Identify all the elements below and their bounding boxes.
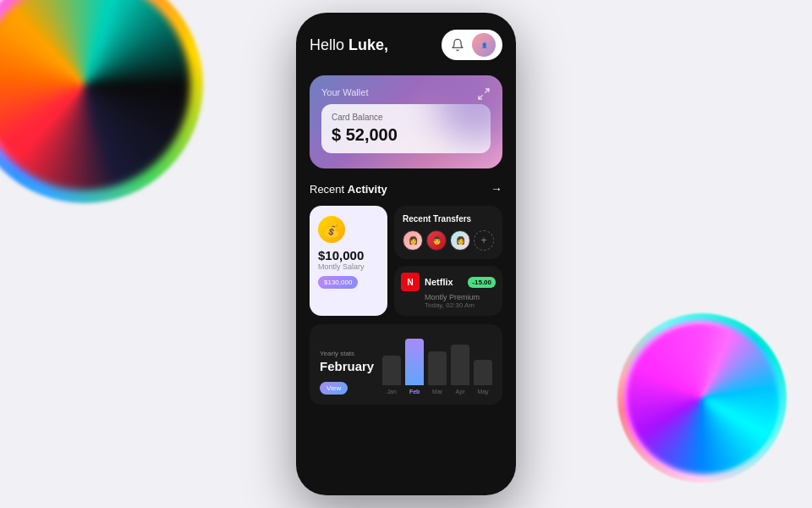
greeting-plain: Hello	[310, 36, 348, 53]
netflix-left: N Netflix	[401, 273, 453, 291]
decorative-blob-left	[0, 0, 203, 203]
chart-label-may: May	[474, 389, 492, 395]
salary-badge: $130,000	[318, 276, 358, 289]
yearly-stats-month: February	[320, 359, 374, 373]
title-bold: Activity	[348, 183, 387, 196]
stats-left: Yearly stats February View	[320, 350, 374, 395]
netflix-card[interactable]: N Netflix -15.00 Montly Premium Today, 0…	[394, 266, 502, 316]
inner-card: Card Balance $ 52,000	[321, 104, 491, 153]
wallet-card[interactable]: Your Wallet Card Balance $ 52,000	[310, 75, 502, 168]
transfers-card[interactable]: Recent Transfers 👩 👨 👩 +	[394, 206, 502, 259]
expand-icon[interactable]	[477, 87, 491, 103]
svg-line-0	[485, 89, 489, 93]
balance-label: Card Balance	[332, 113, 480, 122]
salary-amount: $10,000	[318, 248, 364, 262]
chart-label-apr: Apr	[451, 389, 469, 395]
bell-icon[interactable]	[448, 36, 467, 54]
salary-label: Montly Salary	[318, 262, 365, 271]
chart-bar-feb[interactable]	[405, 339, 424, 385]
decorative-blob-right	[617, 313, 787, 483]
yearly-stats-label: Yearly stats	[320, 350, 374, 357]
activity-grid: 💰 $10,000 Montly Salary $130,000 Recent …	[310, 206, 502, 316]
phone-content: Hello Luke, 👤 Your Wallet	[296, 13, 516, 495]
avatar[interactable]: 👤	[472, 33, 496, 57]
svg-line-1	[479, 95, 483, 99]
netflix-row: N Netflix -15.00	[401, 273, 496, 291]
netflix-amount-badge: -15.00	[468, 277, 496, 288]
transfer-avatar-1[interactable]: 👩	[403, 230, 423, 251]
netflix-name: Netflix	[425, 277, 453, 287]
greeting-name: Luke,	[348, 36, 388, 53]
netflix-logo: N	[401, 273, 420, 291]
chart-bar-jan[interactable]	[382, 356, 401, 385]
recent-activity-header: Recent Activity →	[310, 182, 502, 196]
activity-arrow[interactable]: →	[491, 182, 502, 196]
transfers-title: Recent Transfers	[403, 214, 494, 224]
chart-label-mar: Mar	[428, 389, 447, 395]
recent-activity-title: Recent Activity	[310, 183, 387, 196]
title-plain: Recent	[310, 183, 348, 196]
transfer-avatar-2[interactable]: 👨	[426, 230, 447, 251]
chart-area: JanFebMarAprMay	[382, 334, 492, 395]
chart-label-jan: Jan	[382, 389, 401, 395]
salary-card[interactable]: 💰 $10,000 Montly Salary $130,000	[310, 206, 387, 316]
bars-container	[382, 334, 492, 385]
header-actions: 👤	[442, 30, 502, 60]
balance-amount: $ 52,000	[332, 125, 480, 145]
coin-icon: 💰	[318, 216, 345, 243]
yearly-stats-card: Yearly stats February View JanFebMarAprM…	[310, 324, 502, 405]
add-transfer-button[interactable]: +	[474, 230, 494, 251]
view-button[interactable]: View	[320, 382, 348, 395]
avatar-row: 👩 👨 👩 +	[403, 230, 494, 251]
chart-label-feb: Feb	[405, 389, 424, 395]
app-header: Hello Luke, 👤	[310, 30, 502, 60]
chart-bar-apr[interactable]	[451, 345, 469, 385]
chart-bar-may[interactable]	[474, 360, 492, 385]
wallet-label: Your Wallet	[321, 87, 491, 97]
transfer-avatar-3[interactable]: 👩	[450, 230, 470, 251]
greeting-text: Hello Luke,	[310, 36, 388, 54]
right-column: Recent Transfers 👩 👨 👩 + N Netflix	[394, 206, 502, 316]
netflix-subscription: Montly Premium	[401, 293, 496, 301]
yearly-stats-wrapper: Yearly stats February View JanFebMarAprM…	[310, 324, 502, 405]
netflix-time: Today, 02:30 Am	[401, 301, 496, 309]
chart-bar-mar[interactable]	[428, 351, 447, 385]
phone-container: Hello Luke, 👤 Your Wallet	[296, 13, 516, 495]
chart-labels: JanFebMarAprMay	[382, 389, 492, 395]
